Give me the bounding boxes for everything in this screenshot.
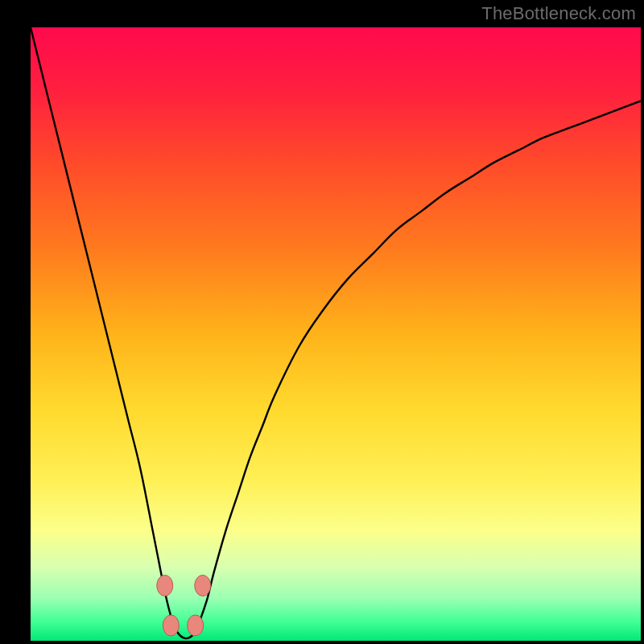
bottleneck-chart bbox=[31, 27, 641, 641]
gradient-background bbox=[31, 27, 641, 641]
curve-marker bbox=[157, 575, 173, 596]
curve-marker bbox=[188, 615, 204, 636]
curve-marker bbox=[163, 615, 179, 636]
chart-plot-area bbox=[31, 27, 641, 641]
app-frame: TheBottleneck.com bbox=[0, 0, 644, 644]
curve-marker bbox=[195, 575, 211, 596]
watermark-text: TheBottleneck.com bbox=[481, 3, 636, 24]
